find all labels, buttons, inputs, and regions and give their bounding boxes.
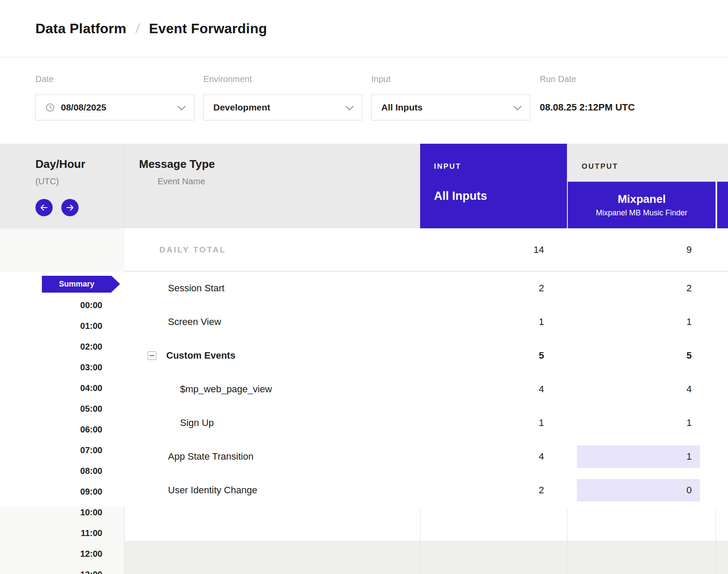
input-count: 4 xyxy=(420,372,567,406)
output-column-title: Mixpanel xyxy=(617,192,665,206)
highlighted-output-count[interactable]: 0 xyxy=(577,479,700,501)
output-mixpanel-header[interactable]: Mixpanel Mixpanel MB Music Finder xyxy=(568,182,715,228)
table-row: Screen View 1 1 xyxy=(0,305,728,339)
hour-item[interactable]: 12:00 xyxy=(0,543,102,564)
hour-item[interactable]: 01:00 xyxy=(0,315,102,336)
hours-list: 00:00 01:00 02:00 03:00 04:00 05:00 06:0… xyxy=(0,295,102,574)
hour-item[interactable]: 09:00 xyxy=(0,481,102,502)
output-cell: 0 xyxy=(568,473,715,507)
output-count: 5 xyxy=(568,339,715,372)
event-name: App State Transition xyxy=(168,451,253,462)
daily-total-input-count: 14 xyxy=(420,228,567,271)
input-dropdown[interactable]: All Inputs xyxy=(371,95,530,120)
breadcrumb-section[interactable]: Data Platform xyxy=(35,21,127,37)
breadcrumb-separator: / xyxy=(135,21,140,36)
collapse-icon[interactable] xyxy=(148,351,156,360)
input-count: 4 xyxy=(420,440,567,473)
clock-icon xyxy=(45,103,55,112)
chevron-down-icon xyxy=(345,102,353,110)
filter-bar: Date Environment Input Run Date 08/08/20… xyxy=(0,58,728,144)
table-row: App State Transition 4 1 xyxy=(0,440,728,473)
arrow-left-icon xyxy=(40,205,48,211)
arrow-right-icon xyxy=(66,205,74,211)
run-date-value: 08.08.25 2:12PM UTC xyxy=(540,95,635,120)
day-hour-subtitle: (UTC) xyxy=(35,177,59,186)
day-hour-title: Day/Hour xyxy=(35,158,85,171)
hour-item[interactable]: 06:00 xyxy=(0,419,102,440)
output-eyebrow: OUTPUT xyxy=(582,162,618,171)
input-column-header: INPUT All Inputs xyxy=(420,144,567,228)
hour-item[interactable]: 02:00 xyxy=(0,336,102,357)
daily-total-row: DAILY TOTAL 14 9 xyxy=(124,228,728,271)
date-value: 08/08/2025 xyxy=(61,102,106,113)
daily-total-output-count: 9 xyxy=(568,228,715,271)
hour-item[interactable]: 11:00 xyxy=(0,523,102,543)
hour-item[interactable]: 07:00 xyxy=(0,440,102,460)
hour-item[interactable]: 10:00 xyxy=(0,502,102,523)
table-row: $mp_web_page_view 4 4 xyxy=(0,372,728,406)
hour-item[interactable]: 04:00 xyxy=(0,378,102,398)
hour-item[interactable]: 05:00 xyxy=(0,398,102,419)
hour-item[interactable]: 13:00 xyxy=(0,564,102,574)
chevron-down-icon xyxy=(177,102,185,110)
chevron-down-icon xyxy=(513,102,521,110)
breadcrumb: Data Platform / Event Forwarding xyxy=(0,0,728,57)
event-rows: Session Start 2 2 Screen View 1 1 Custom… xyxy=(0,271,728,507)
environment-dropdown[interactable]: Development xyxy=(203,95,362,120)
hour-item[interactable]: 00:00 xyxy=(0,295,102,315)
output-column-subtitle: Mixpanel MB Music Finder xyxy=(596,208,687,218)
event-forwarding-page: Data Platform / Event Forwarding Date En… xyxy=(0,0,728,574)
date-label: Date xyxy=(35,74,54,84)
input-label: Input xyxy=(371,74,390,84)
event-name-subtitle: Event Name xyxy=(158,177,205,186)
input-count: 1 xyxy=(420,305,567,339)
environment-label: Environment xyxy=(203,74,252,84)
event-name: $mp_web_page_view xyxy=(180,384,272,395)
input-value: All Inputs xyxy=(381,102,423,113)
input-count: 2 xyxy=(420,473,567,507)
output-count: 1 xyxy=(568,406,715,440)
daily-total-label: DAILY TOTAL xyxy=(159,245,226,255)
table-row: User Identity Change 2 0 xyxy=(0,473,728,507)
highlighted-output-count[interactable]: 1 xyxy=(577,445,700,468)
table-row: Sign Up 1 1 xyxy=(0,406,728,440)
event-name: User Identity Change xyxy=(168,485,257,496)
output-count: 2 xyxy=(568,271,715,305)
run-date-label: Run Date xyxy=(540,74,576,84)
summary-tab[interactable]: Summary xyxy=(42,276,111,293)
date-dropdown[interactable]: 08/08/2025 xyxy=(35,95,194,120)
event-name: Custom Events xyxy=(166,350,235,361)
hour-item[interactable]: 08:00 xyxy=(0,460,102,481)
environment-value: Development xyxy=(213,102,270,113)
output-count: 4 xyxy=(568,372,715,406)
input-count: 5 xyxy=(420,339,567,372)
table-row: Custom Events 5 5 xyxy=(0,339,728,372)
next-day-button[interactable] xyxy=(61,199,79,216)
hour-item[interactable]: 03:00 xyxy=(0,357,102,378)
page-title: Event Forwarding xyxy=(149,21,267,37)
event-name: Session Start xyxy=(168,283,225,294)
day-navigation xyxy=(35,199,79,216)
event-name: Screen View xyxy=(168,316,221,328)
grid-footer-area xyxy=(124,541,728,574)
grid-header: Day/Hour (UTC) Message Type Event Name I… xyxy=(0,144,728,228)
input-count: 1 xyxy=(420,406,567,440)
next-output-column-partial xyxy=(717,182,728,228)
input-count: 2 xyxy=(420,271,567,305)
input-column-title: All Inputs xyxy=(434,189,487,203)
output-count: 1 xyxy=(568,305,715,339)
message-type-title: Message Type xyxy=(139,158,215,171)
input-eyebrow: INPUT xyxy=(434,162,462,171)
output-cell: 1 xyxy=(568,440,715,473)
previous-day-button[interactable] xyxy=(35,199,53,216)
event-name: Sign Up xyxy=(180,417,214,429)
